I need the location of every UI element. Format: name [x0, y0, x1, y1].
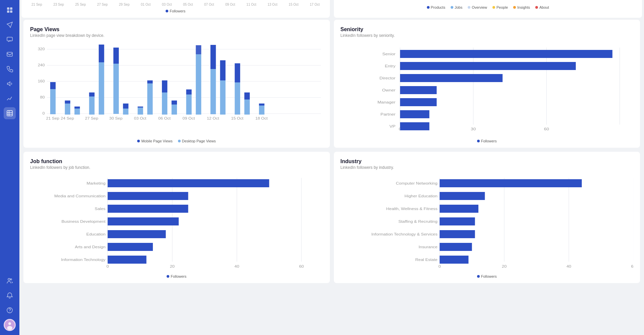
legend-label: Products [431, 5, 445, 9]
industry-chart: 0 20 40 60 Computer Networking Higher Ed… [341, 175, 634, 272]
svg-text:20: 20 [502, 265, 507, 268]
svg-text:12 Oct: 12 Oct [207, 117, 219, 120]
svg-rect-58 [235, 63, 240, 82]
svg-rect-34 [89, 92, 94, 96]
svg-text:06 Oct: 06 Oct [158, 117, 171, 120]
grid-icon[interactable] [4, 4, 16, 16]
avatar[interactable] [4, 319, 16, 331]
mobile-legend: Mobile Page Views [141, 139, 172, 143]
svg-rect-0 [7, 7, 9, 10]
svg-rect-126 [440, 192, 485, 200]
svg-rect-52 [196, 45, 201, 54]
svg-rect-60 [244, 92, 250, 99]
svg-rect-114 [108, 256, 147, 264]
svg-rect-44 [147, 80, 153, 83]
svg-rect-37 [113, 64, 119, 114]
svg-text:Senior: Senior [382, 52, 395, 56]
page-views-chart: 0 80 160 240 320 [30, 43, 323, 136]
svg-text:60: 60 [544, 127, 549, 131]
svg-rect-43 [147, 83, 153, 115]
legend-label: Insights [517, 5, 530, 9]
svg-rect-90 [400, 110, 429, 118]
svg-text:Marketing: Marketing [87, 182, 105, 185]
svg-rect-112 [108, 243, 153, 251]
desktop-legend: Desktop Page Views [182, 139, 216, 143]
table-icon[interactable] [4, 107, 16, 119]
chart-line-icon[interactable] [4, 92, 16, 105]
x-label: 29 Sep [119, 3, 130, 6]
legend-label: People [496, 5, 508, 9]
svg-text:Entry: Entry [385, 64, 395, 68]
x-label: 21 Sep [31, 3, 42, 6]
x-label: 17 Oct [310, 3, 319, 6]
svg-rect-104 [108, 192, 188, 200]
seniority-card: Seniority LinkedIn followers by seniorit… [334, 20, 640, 148]
svg-rect-41 [137, 108, 143, 115]
svg-rect-82 [400, 62, 575, 70]
x-label: 25 Sep [75, 3, 86, 6]
svg-text:18 Oct: 18 Oct [255, 117, 268, 120]
svg-text:20: 20 [170, 265, 175, 268]
job-function-subtitle: LinkedIn followers by job function. [30, 165, 323, 170]
industry-title: Industry [341, 158, 634, 164]
svg-rect-84 [400, 74, 502, 82]
svg-text:0: 0 [42, 112, 45, 115]
svg-rect-55 [220, 80, 225, 115]
svg-text:40: 40 [235, 265, 239, 268]
phone-icon[interactable] [4, 63, 16, 75]
svg-text:0: 0 [106, 265, 109, 268]
bell-icon[interactable] [4, 289, 16, 302]
followers-legend: Followers [28, 9, 323, 13]
job-function-legend-label: Followers [171, 274, 186, 278]
svg-rect-86 [400, 86, 436, 94]
svg-rect-31 [75, 109, 80, 115]
svg-rect-3 [10, 10, 12, 13]
page-views-legend: Mobile Page Views Desktop Page Views [30, 139, 323, 143]
svg-text:60: 60 [631, 265, 633, 268]
send-icon[interactable] [4, 19, 16, 31]
svg-rect-46 [162, 80, 167, 92]
svg-rect-39 [123, 109, 128, 115]
help-icon[interactable] [4, 304, 16, 316]
svg-rect-40 [123, 104, 128, 109]
seniority-title: Seniority [341, 26, 634, 32]
svg-rect-53 [210, 69, 216, 114]
page-views-card: Page Views LinkedIn page view breakdown … [23, 20, 330, 148]
charts-row-1: Page Views LinkedIn page view breakdown … [21, 18, 642, 150]
svg-point-13 [9, 312, 10, 312]
svg-rect-136 [440, 256, 468, 264]
mail-icon[interactable] [4, 48, 16, 60]
chat-icon[interactable] [4, 34, 16, 46]
svg-point-15 [8, 322, 11, 325]
svg-text:60: 60 [299, 265, 304, 268]
svg-rect-62 [259, 104, 264, 106]
job-function-legend: Followers [30, 274, 323, 278]
svg-point-11 [10, 279, 12, 280]
svg-text:24 Sep: 24 Sep [61, 117, 74, 120]
people-icon[interactable] [4, 275, 16, 287]
svg-rect-108 [108, 217, 179, 225]
legend-label: Overview [472, 5, 487, 9]
svg-text:Owner: Owner [382, 88, 395, 92]
svg-rect-128 [440, 205, 478, 213]
megaphone-icon[interactable] [4, 78, 16, 90]
svg-rect-30 [65, 100, 70, 104]
svg-text:30 Sep: 30 Sep [109, 117, 123, 120]
svg-text:27 Sep: 27 Sep [85, 117, 98, 120]
svg-text:Insurance: Insurance [419, 245, 437, 249]
svg-text:Media and Communication: Media and Communication [54, 194, 105, 198]
svg-rect-38 [113, 48, 119, 64]
svg-rect-88 [400, 98, 436, 106]
svg-text:0: 0 [438, 265, 441, 268]
svg-text:Partner: Partner [380, 113, 395, 117]
svg-rect-29 [65, 104, 70, 115]
svg-rect-36 [99, 45, 104, 62]
x-label: 01 Oct [141, 3, 151, 6]
svg-text:Information Technology: Information Technology [61, 258, 106, 261]
svg-rect-51 [196, 54, 201, 115]
seniority-subtitle: LinkedIn followers by seniority. [341, 33, 634, 38]
svg-text:03 Oct: 03 Oct [134, 117, 147, 120]
svg-rect-92 [400, 122, 429, 130]
x-label: 07 Oct [204, 3, 214, 6]
page-views-title: Page Views [30, 26, 323, 32]
